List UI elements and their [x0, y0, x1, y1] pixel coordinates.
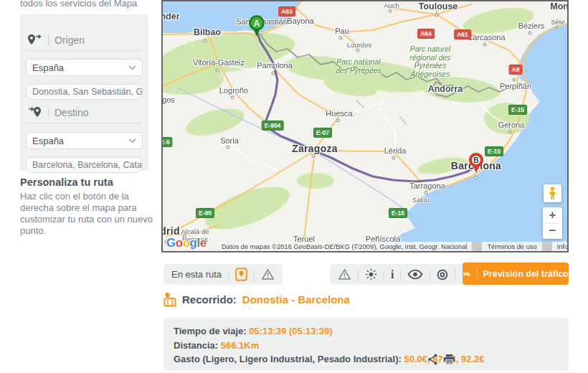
divider	[48, 34, 49, 46]
map-city-dot	[425, 192, 428, 195]
traffic-forecast-button[interactable]: Previsión del tráfico	[463, 263, 569, 285]
google-logo[interactable]: Google	[166, 236, 207, 250]
map-city-dot	[339, 37, 343, 40]
hazard-triangle-icon[interactable]	[338, 268, 351, 280]
map-city-label: Soria	[220, 136, 239, 145]
travel-time-value: 05:13:39 (05:13:39)	[249, 326, 332, 336]
map-city-label: Toulouse	[419, 1, 458, 11]
zoom-out-button[interactable]: −	[543, 224, 562, 240]
map-city-label: Logroño	[219, 86, 248, 95]
divider	[400, 269, 401, 280]
report-map-error-link[interactable]: Informar de un error de Maps	[552, 243, 569, 250]
map-road-shield: E-5	[161, 137, 173, 147]
zoom-in-button[interactable]: +	[543, 207, 562, 223]
map-data-attribution: Datos de mapas ©2016 GeoBasis-DE/BKG (©2…	[217, 243, 472, 250]
destination-input[interactable]: Barcelona, Barcelona, Cataluña, Es	[26, 157, 143, 173]
share-icon[interactable]	[427, 354, 438, 369]
map-city-dot	[356, 49, 360, 52]
map-city-dot	[227, 146, 230, 149]
map-city-dot	[204, 39, 207, 43]
chevron-down-icon	[128, 138, 136, 143]
map-attribution-bar: Datos de mapas ©2016 GeoBasis-DE/BKG (©2…	[217, 242, 567, 251]
distance-label: Distancia:	[174, 340, 218, 351]
customize-route-title: Personaliza tu ruta	[20, 176, 113, 188]
marker-a-letter: A	[254, 19, 260, 29]
destination-country-value: España	[32, 136, 64, 146]
map-road-shield: A63	[278, 6, 295, 16]
map-city-label: nder	[161, 11, 180, 22]
map-road-shield: A61	[454, 29, 471, 39]
map-road-shield: E-15	[508, 105, 527, 115]
divider	[48, 107, 49, 118]
divider	[542, 242, 552, 251]
map-city-dot	[435, 14, 439, 17]
travel-time-label: Tiempo de viaje:	[174, 326, 247, 336]
distance-row: Distancia: 566.1Km	[174, 339, 559, 353]
divider	[228, 269, 229, 280]
radar-target-icon[interactable]	[437, 269, 448, 280]
pegman-control[interactable]	[544, 184, 561, 202]
origin-field-header: Origen	[27, 29, 142, 51]
map-road-shield: E-15	[389, 208, 407, 218]
origin-country-select[interactable]: España	[26, 59, 143, 76]
cost-label: Gasto (Ligero, Ligero Industrial, Pesado…	[174, 354, 402, 364]
print-icon[interactable]	[443, 354, 455, 369]
map-city-dot	[483, 43, 487, 47]
route-map-icon	[163, 292, 176, 307]
map-city-label: gos	[162, 95, 175, 104]
google-logo-letter: e	[200, 236, 207, 250]
destination-label: Destino	[54, 107, 88, 118]
map-city-label: Andorra	[428, 84, 463, 94]
customize-route-body: Haz clic con el botón de la derecha sobr…	[20, 191, 153, 237]
route-pin-icon[interactable]	[235, 268, 247, 281]
origin-country-value: España	[32, 62, 64, 73]
hazard-triangle-icon[interactable]	[261, 268, 275, 280]
map-city-label: Lérida	[384, 146, 407, 155]
map-city-label: Pamplona	[257, 61, 293, 70]
weather-sun-icon[interactable]	[365, 268, 377, 280]
destination-field-header: Destino	[27, 102, 142, 123]
map-city-label: Lourdes	[347, 41, 371, 49]
map-city-label: Pau	[335, 27, 349, 35]
map-city-label: Salou	[412, 196, 430, 204]
zoom-control: + −	[543, 207, 562, 239]
sidebar: todos los servicios del Mapa Origen Espa…	[0, 0, 161, 373]
google-logo-letter: G	[166, 236, 176, 250]
on-this-route-group: En esta ruta	[163, 264, 283, 285]
origin-input-value: Donostia, San Sebastián, Gipuzkoa	[32, 87, 143, 97]
google-logo-letter: o	[176, 236, 183, 250]
google-logo-letter: g	[190, 236, 197, 250]
map-city-dot	[231, 96, 234, 100]
map-city-dot	[513, 78, 516, 82]
map-city-label: Auch	[384, 1, 399, 9]
distance-value: 566.1Km	[221, 340, 259, 351]
destination-pin-icon	[27, 106, 42, 119]
map-city-label: Gerona	[498, 121, 525, 129]
recorrido-value: Donostia - Barcelona	[242, 293, 350, 306]
map-park-label: Parc naturel régional des Pyrénées Ariég…	[409, 45, 450, 78]
map[interactable]: nderBilbaoSan SebastiánBayonaPauLourdesA…	[161, 0, 569, 252]
marker-b-letter: B	[473, 156, 479, 164]
map-city-label: Béziers	[518, 22, 545, 30]
map-road-shield: A64	[417, 29, 435, 39]
map-city-dot	[336, 119, 340, 123]
map-city-label: Vitoria-Gasteiz	[193, 58, 245, 67]
origin-input[interactable]: Donostia, San Sebastián, Gipuzkoa	[26, 84, 143, 100]
terms-of-use-link[interactable]: Términos de uso	[482, 243, 541, 250]
eye-icon[interactable]	[407, 269, 423, 280]
divider	[455, 269, 455, 280]
info-icon[interactable]: i	[391, 268, 394, 281]
divider	[358, 269, 359, 280]
map-city-label: Bayona	[287, 16, 313, 25]
map-city-label: Sète	[551, 18, 565, 26]
map-city-dot	[389, 9, 392, 13]
route-marker-a[interactable]: A	[248, 14, 265, 42]
map-city-dot	[216, 69, 219, 72]
route-marker-b[interactable]: B	[468, 152, 485, 178]
route-form-panel: Origen España Donostia, San Sebastián, G…	[20, 14, 148, 171]
destination-country-select[interactable]: España	[26, 132, 143, 149]
origin-label: Origen	[54, 34, 85, 46]
map-layers-group: i S	[330, 264, 478, 285]
divider	[472, 242, 482, 251]
map-city-label: drid	[161, 225, 180, 237]
